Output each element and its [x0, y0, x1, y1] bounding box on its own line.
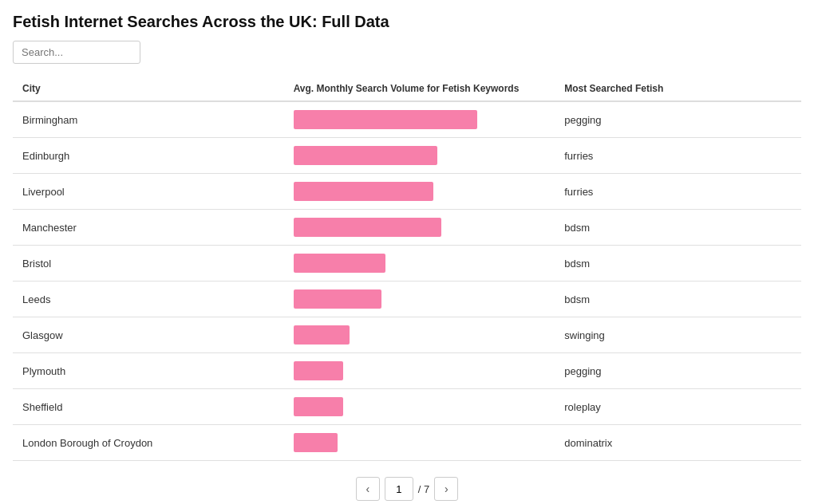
city-cell: Bristol — [13, 246, 284, 282]
volume-bar-cell — [284, 101, 555, 138]
volume-bar — [294, 218, 441, 237]
page-number-input[interactable] — [385, 477, 413, 501]
fetish-cell: bdsm — [555, 210, 801, 246]
fetish-cell: bdsm — [555, 282, 801, 317]
table-row: Manchesterbdsm — [13, 210, 801, 246]
city-cell: Liverpool — [13, 174, 284, 210]
table-row: Plymouthpegging — [13, 353, 801, 389]
city-cell: Plymouth — [13, 353, 284, 389]
search-input[interactable] — [13, 41, 140, 64]
volume-bar-cell — [284, 317, 555, 353]
volume-bar — [294, 182, 433, 201]
col-header-city: City — [13, 77, 284, 101]
city-cell: Manchester — [13, 210, 284, 246]
volume-bar — [294, 254, 385, 273]
table-header-row: City Avg. Monthly Search Volume for Feti… — [13, 77, 801, 101]
volume-bar-cell — [284, 425, 555, 461]
volume-bar — [294, 146, 437, 165]
volume-bar — [294, 110, 477, 129]
table-row: Bristolbdsm — [13, 246, 801, 282]
city-cell: Birmingham — [13, 101, 284, 138]
fetish-cell: swinging — [555, 317, 801, 353]
pagination: ‹ / 7 › — [13, 477, 801, 501]
prev-page-button[interactable]: ‹ — [356, 477, 380, 501]
table-row: Leedsbdsm — [13, 282, 801, 317]
volume-bar — [294, 325, 350, 345]
city-cell: Edinburgh — [13, 138, 284, 174]
volume-bar — [294, 433, 338, 452]
col-header-volume: Avg. Monthly Search Volume for Fetish Ke… — [284, 77, 555, 101]
table-row: Sheffieldroleplay — [13, 389, 801, 425]
page-total: / 7 — [418, 483, 429, 495]
table-row: Liverpoolfurries — [13, 174, 801, 210]
next-page-button[interactable]: › — [434, 477, 458, 501]
volume-bar — [294, 361, 343, 380]
city-cell: London Borough of Croydon — [13, 425, 284, 461]
col-header-fetish: Most Searched Fetish — [555, 77, 801, 101]
table-row: London Borough of Croydondominatrix — [13, 425, 801, 461]
city-cell: Leeds — [13, 282, 284, 317]
search-container — [13, 41, 801, 64]
city-cell: Sheffield — [13, 389, 284, 425]
volume-bar-cell — [284, 389, 555, 425]
fetish-cell: furries — [555, 138, 801, 174]
fetish-cell: roleplay — [555, 389, 801, 425]
volume-bar-cell — [284, 282, 555, 317]
fetish-cell: pegging — [555, 353, 801, 389]
table-row: Glasgowswinging — [13, 317, 801, 353]
data-table: City Avg. Monthly Search Volume for Feti… — [13, 77, 801, 461]
fetish-cell: bdsm — [555, 246, 801, 282]
volume-bar — [294, 397, 343, 416]
fetish-cell: furries — [555, 174, 801, 210]
volume-bar-cell — [284, 246, 555, 282]
volume-bar-cell — [284, 210, 555, 246]
table-row: Edinburghfurries — [13, 138, 801, 174]
fetish-cell: dominatrix — [555, 425, 801, 461]
table-row: Birminghampegging — [13, 101, 801, 138]
fetish-cell: pegging — [555, 101, 801, 138]
volume-bar-cell — [284, 353, 555, 389]
volume-bar — [294, 289, 381, 309]
volume-bar-cell — [284, 174, 555, 210]
page-title: Fetish Internet Searches Across the UK: … — [13, 13, 801, 31]
city-cell: Glasgow — [13, 317, 284, 353]
volume-bar-cell — [284, 138, 555, 174]
